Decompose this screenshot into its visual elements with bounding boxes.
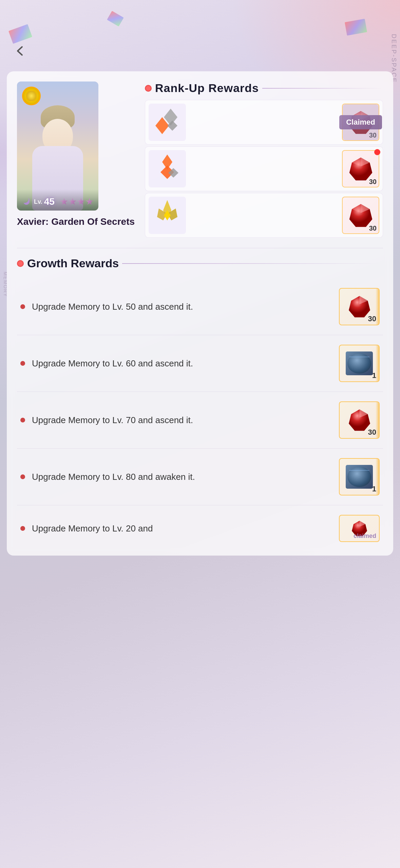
character-card: Lv. 45 Xavier: Garden Of Secrets: [17, 82, 135, 228]
prism-decoration-3: [345, 19, 367, 36]
star-2: [69, 198, 76, 205]
growth-reward-box-4[interactable]: 1: [339, 458, 380, 495]
rank-up-title: Rank-Up Rewards: [155, 82, 259, 95]
rank-up-dot: [145, 85, 152, 92]
rank-reward-item-1: 30 Claimed: [342, 104, 379, 141]
card-bottom-info: Lv. 45: [17, 189, 98, 211]
growth-reward-box-3[interactable]: 30: [339, 401, 380, 439]
rank-icon-box-3: [149, 197, 186, 234]
character-name: Xavier: Garden Of Secrets: [17, 216, 135, 228]
growth-description-3: Upgrade Memory to Lv. 70 and ascend it.: [32, 414, 332, 426]
growth-row-2: Upgrade Memory to Lv. 60 and ascend it. …: [17, 335, 383, 392]
rank-reward-item-3: 30: [342, 197, 379, 234]
growth-rewards-header: Growth Rewards: [17, 257, 383, 270]
growth-rewards-section: Growth Rewards Upgrade Memory to Lv. 50 …: [17, 257, 383, 545]
growth-reward-rows: Upgrade Memory to Lv. 50 and ascend it.: [17, 278, 383, 545]
growth-row-4: Upgrade Memory to Lv. 80 and awaken it. …: [17, 449, 383, 505]
growth-reward-count-1: 30: [368, 314, 376, 323]
rank-up-reward-rows: 30 Claimed: [145, 100, 383, 238]
claimed-badge-1: Claimed: [343, 104, 379, 140]
rank-up-line: [262, 88, 383, 89]
growth-bullet-5: [20, 526, 25, 531]
globe-icon-2: [346, 351, 373, 375]
card-coin: [22, 87, 41, 105]
growth-bullet-2: [20, 361, 25, 366]
globe-icon-4: [346, 465, 373, 489]
rank-reward-item-2: 30: [342, 150, 379, 187]
growth-row-3: Upgrade Memory to Lv. 70 and ascend it.: [17, 392, 383, 449]
growth-bullet-4: [20, 474, 25, 479]
growth-reward-count-2: 1: [372, 371, 376, 380]
growth-line: [122, 263, 383, 264]
growth-dot: [17, 260, 24, 267]
growth-title: Growth Rewards: [27, 257, 119, 270]
growth-bullet-1: [20, 304, 25, 309]
growth-reward-box-1[interactable]: 30: [339, 288, 380, 325]
growth-description-4: Upgrade Memory to Lv. 80 and awaken it.: [32, 471, 332, 483]
stars-container: [60, 198, 93, 205]
coin-inner: [25, 90, 37, 102]
growth-row-1: Upgrade Memory to Lv. 50 and ascend it.: [17, 278, 383, 335]
level-badge: Lv. 45: [22, 196, 55, 207]
rank-up-rewards-section: Rank-Up Rewards: [145, 82, 383, 238]
rank-up-row-3: 30: [145, 193, 383, 238]
growth-row-5-partial: Upgrade Memory to Lv. 20 and: [17, 505, 383, 545]
rank-icon-box-2: [149, 150, 186, 187]
growth-description-1: Upgrade Memory to Lv. 50 and ascend it.: [32, 301, 332, 313]
star-4: [86, 198, 93, 205]
star-1: [60, 198, 68, 205]
red-dot-2: [374, 149, 380, 155]
main-container: Lv. 45 Xavier: Garden Of Secrets Rank-Up: [7, 71, 393, 556]
claimed-label-1: Claimed: [339, 115, 382, 129]
character-section: Lv. 45 Xavier: Garden Of Secrets Rank-Up: [17, 82, 383, 238]
rank-up-rewards-header: Rank-Up Rewards: [145, 82, 383, 95]
growth-bullet-3: [20, 418, 25, 422]
rank-icon-box-1: [149, 104, 186, 141]
growth-reward-count-4: 1: [372, 485, 376, 493]
partial-claimed-label: claimed: [354, 532, 376, 540]
growth-description-5: Upgrade Memory to Lv. 20 and: [32, 522, 332, 535]
star-3: [77, 198, 85, 205]
rank-reward-count-3: 30: [369, 224, 377, 232]
growth-reward-box-2[interactable]: 1: [339, 345, 380, 382]
level-number: 45: [44, 196, 55, 207]
lv-label: Lv.: [34, 198, 42, 205]
growth-reward-box-5[interactable]: claimed: [339, 515, 380, 542]
rank-up-row-1: 30 Claimed: [145, 100, 383, 145]
section-divider: [17, 248, 383, 248]
prism-decoration-2: [107, 11, 124, 26]
growth-reward-count-3: 30: [368, 428, 376, 437]
back-button[interactable]: [10, 41, 31, 61]
rank-up-row-2: 30: [145, 146, 383, 191]
growth-description-2: Upgrade Memory to Lv. 60 and ascend it.: [32, 357, 332, 369]
rank-reward-count-2: 30: [369, 178, 377, 186]
